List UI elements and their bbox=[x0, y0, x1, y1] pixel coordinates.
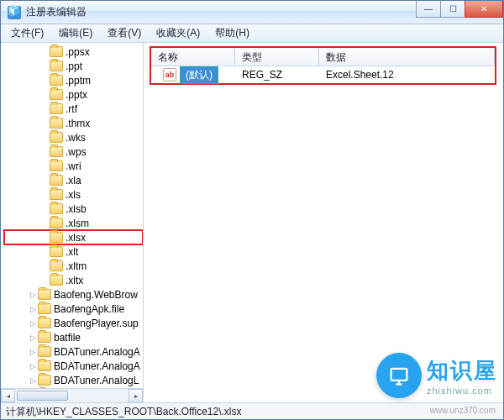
tree-item[interactable]: ▷Baofeng.WebBrow bbox=[4, 287, 143, 302]
tree-item-label: .wks bbox=[66, 132, 86, 144]
statusbar: 计算机\HKEY_CLASSES_ROOT\Back.Office12\.xls… bbox=[1, 402, 503, 419]
tree-item-label: .thmx bbox=[66, 118, 90, 129]
tree-item-label: .xltm bbox=[66, 260, 87, 272]
menu-favorites[interactable]: 收藏夹(A) bbox=[150, 24, 207, 42]
tree-item[interactable]: ▷BaofengPlayer.sup bbox=[4, 316, 143, 330]
folder-icon bbox=[50, 146, 63, 157]
expander-icon[interactable]: ▷ bbox=[28, 376, 38, 385]
tree-item[interactable]: .xlsb bbox=[4, 202, 143, 216]
tree-item[interactable]: .xltm bbox=[4, 259, 143, 273]
values-panel: 名称 类型 数据 ab(默认)REG_SZExcel.Sheet.12 bbox=[144, 43, 503, 402]
tree-item[interactable]: ▷batfile bbox=[4, 330, 143, 344]
col-type[interactable]: 类型 bbox=[235, 48, 319, 66]
titlebar[interactable]: 注册表编辑器 — ☐ ✕ bbox=[1, 1, 503, 24]
folder-icon bbox=[50, 246, 63, 257]
folder-icon bbox=[50, 203, 63, 214]
tree-item-label: BDATuner.AnalogA bbox=[54, 360, 140, 372]
content-area: .ppsx.ppt.pptm.pptx.rtf.thmx.wks.wps.wri… bbox=[1, 43, 503, 402]
col-name[interactable]: 名称 bbox=[151, 48, 235, 66]
tree-item[interactable]: ▷BaofengApk.file bbox=[4, 302, 143, 316]
expander-icon[interactable]: ▷ bbox=[28, 362, 38, 370]
scroll-left-arrow-icon[interactable]: ◂ bbox=[1, 389, 15, 402]
menu-edit[interactable]: 编辑(E) bbox=[52, 24, 99, 42]
app-icon bbox=[8, 6, 21, 19]
tree-item-label: .pptx bbox=[66, 89, 87, 101]
menu-help[interactable]: 帮助(H) bbox=[208, 24, 256, 42]
minimize-button[interactable]: — bbox=[416, 1, 441, 18]
folder-icon bbox=[50, 60, 63, 71]
menu-file[interactable]: 文件(F) bbox=[4, 24, 50, 42]
tree-item-label: Baofeng.WebBrow bbox=[54, 289, 138, 301]
value-type: REG_SZ bbox=[235, 69, 319, 81]
tree-item[interactable]: ▷BDATuner.AnalogL bbox=[4, 373, 143, 387]
folder-icon bbox=[50, 132, 63, 143]
folder-icon bbox=[50, 189, 63, 200]
tree-item[interactable]: .ppt bbox=[4, 59, 143, 73]
tree-item[interactable]: ▷BDATuner.AnalogA bbox=[4, 359, 143, 373]
tree-item-label: .xla bbox=[66, 175, 81, 186]
folder-icon bbox=[50, 160, 63, 171]
expander-icon[interactable]: ▷ bbox=[28, 319, 38, 328]
tree-item-label: .xlsm bbox=[66, 218, 89, 229]
tree-item-label: BDATuner.AnalogA bbox=[54, 346, 140, 358]
folder-icon bbox=[50, 260, 63, 271]
folder-icon bbox=[38, 346, 51, 357]
svg-rect-0 bbox=[391, 369, 407, 381]
folder-icon bbox=[50, 46, 63, 57]
folder-icon bbox=[50, 103, 63, 114]
folder-icon bbox=[50, 118, 63, 129]
watermark: 知识屋 zhishiwu.com bbox=[376, 353, 497, 398]
close-button[interactable]: ✕ bbox=[465, 1, 503, 18]
expander-icon[interactable]: ▷ bbox=[28, 291, 38, 299]
tree-item[interactable]: ▷BDATuner.AnalogA bbox=[4, 344, 143, 359]
tree-item-label: BaofengApk.file bbox=[54, 303, 124, 315]
tree-item[interactable]: .xltx bbox=[4, 273, 143, 287]
tree-view[interactable]: .ppsx.ppt.pptm.pptx.rtf.thmx.wks.wps.wri… bbox=[1, 43, 143, 388]
tree-item-label: .ppt bbox=[66, 60, 82, 72]
menu-view[interactable]: 查看(V) bbox=[101, 24, 148, 42]
scroll-right-arrow-icon[interactable]: ▸ bbox=[129, 389, 143, 402]
tree-item[interactable]: .pptx bbox=[4, 87, 143, 102]
tree-item-label: .xlsx bbox=[66, 232, 86, 244]
string-value-icon: ab bbox=[163, 68, 176, 81]
tree-item[interactable]: .xlsx bbox=[4, 230, 143, 244]
tree-item-label: .xlsb bbox=[66, 203, 87, 215]
tree-item-label: BaofengPlayer.sup bbox=[54, 318, 139, 329]
tree-item-label: .xltx bbox=[66, 275, 83, 286]
watermark-brand: 知识屋 bbox=[427, 356, 497, 386]
tree-item-label: .wri bbox=[66, 160, 81, 172]
tree-item[interactable]: .rtf bbox=[4, 102, 143, 116]
tree-item[interactable]: .wps bbox=[4, 144, 143, 159]
scroll-thumb[interactable] bbox=[17, 391, 68, 401]
folder-icon bbox=[38, 289, 51, 300]
expander-icon[interactable]: ▷ bbox=[28, 305, 38, 313]
folder-icon bbox=[50, 89, 63, 100]
list-row[interactable]: ab(默认)REG_SZExcel.Sheet.12 bbox=[151, 66, 495, 83]
tree-item[interactable]: .xls bbox=[4, 187, 143, 202]
tree-item[interactable]: .wri bbox=[4, 159, 143, 173]
scroll-track[interactable] bbox=[15, 389, 129, 402]
col-data[interactable]: 数据 bbox=[319, 48, 495, 66]
window-title: 注册表编辑器 bbox=[26, 5, 417, 19]
tree-item[interactable]: .ppsx bbox=[4, 45, 143, 59]
tree-item-label: .wps bbox=[66, 146, 87, 158]
tree-item-label: batfile bbox=[54, 332, 81, 344]
expander-icon[interactable]: ▷ bbox=[28, 348, 38, 356]
tree-item[interactable]: .xla bbox=[4, 173, 143, 187]
folder-icon bbox=[50, 275, 63, 286]
footer-url: www.unz370.com bbox=[430, 406, 496, 415]
tree-item[interactable]: .pptm bbox=[4, 73, 143, 87]
watermark-text: 知识屋 zhishiwu.com bbox=[427, 356, 497, 396]
tree-item[interactable]: .wks bbox=[4, 130, 143, 144]
tree-item[interactable]: .xlsm bbox=[4, 216, 143, 230]
folder-icon bbox=[38, 332, 51, 343]
tree-item[interactable]: .xlt bbox=[4, 244, 143, 259]
status-path: 计算机\HKEY_CLASSES_ROOT\Back.Office12\.xls… bbox=[6, 406, 242, 417]
folder-icon bbox=[38, 318, 51, 328]
tree-item[interactable]: .thmx bbox=[4, 116, 143, 130]
expander-icon[interactable]: ▷ bbox=[28, 333, 38, 342]
maximize-button[interactable]: ☐ bbox=[440, 1, 465, 18]
folder-icon bbox=[50, 175, 63, 186]
tree-horizontal-scrollbar[interactable]: ◂ ▸ bbox=[1, 388, 143, 402]
folder-icon bbox=[50, 218, 63, 228]
